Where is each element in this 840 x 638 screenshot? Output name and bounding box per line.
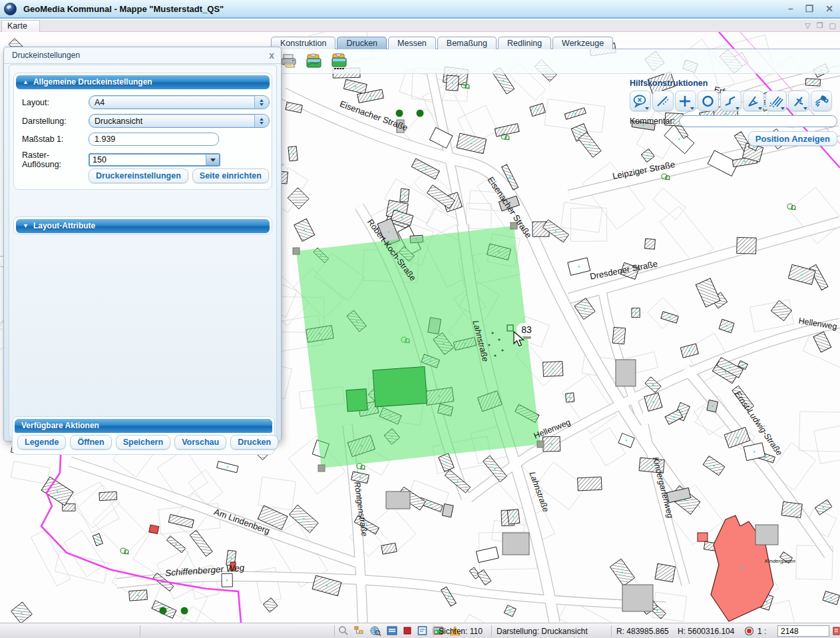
print-preview-icon[interactable]	[305, 53, 323, 70]
actions-header: Verfügbare Aktionen	[15, 419, 272, 433]
ribbon-tab-strip: Konstruktion Drucken Messen Bemaßung Red…	[271, 37, 613, 49]
close-button[interactable]: ✕	[825, 3, 833, 14]
angle-tool[interactable]	[743, 91, 764, 111]
gps-satellite-tool[interactable]	[811, 91, 832, 111]
print-icon[interactable]	[280, 53, 298, 70]
layer-list-icon[interactable]	[387, 625, 397, 636]
region-handle	[293, 248, 300, 254]
tracking-dot-icon[interactable]	[744, 626, 754, 636]
globe-search-icon[interactable]	[370, 625, 381, 636]
scale-input[interactable]	[777, 625, 829, 637]
close-pane-icon[interactable]: ▢	[829, 21, 836, 30]
oeffnen-button[interactable]: Öffnen	[70, 435, 111, 450]
raster-input[interactable]	[90, 155, 206, 164]
helper-panel-title: Hilfskonstruktionen	[630, 79, 837, 88]
darstellung-status: Darstellung: Druckansicht	[497, 627, 588, 636]
seite-einrichten-button[interactable]: Seite einrichten	[192, 168, 269, 183]
tab-karte[interactable]: Karte	[1, 20, 40, 32]
tab-list-dropdown-icon[interactable]: ▽	[805, 21, 810, 30]
layout-attribute-header[interactable]: ▼Layout-Attribute	[16, 219, 270, 233]
dialog-titlebar[interactable]: Druckeinstellungen x	[4, 47, 281, 64]
ribbon-tab-redlining[interactable]: Redlining	[498, 37, 551, 49]
h-coordinate: H: 5600316.104	[678, 627, 734, 636]
layout-select[interactable]: A4	[89, 95, 270, 109]
stepper-icon[interactable]	[254, 115, 268, 127]
kommentar-label: Kommentar:	[630, 117, 675, 126]
raster-label: Raster-Auflösung:	[22, 151, 89, 169]
massstab-input[interactable]	[89, 133, 219, 146]
dialog-close-icon[interactable]: x	[269, 51, 274, 59]
darstellung-select[interactable]: Druckansicht	[89, 114, 270, 128]
kommentar-input[interactable]	[679, 115, 837, 127]
ribbon-tab-drucken[interactable]: Drucken	[337, 37, 387, 49]
hilfskonstruktionen-panel: Hilfskonstruktionen	[630, 79, 837, 149]
druckereinstellungen-button[interactable]: Druckereinstellungen	[89, 168, 188, 183]
expand-icon: ▼	[23, 219, 29, 233]
application-window: GeoMedia Kommunal - Mappe "Musterstadt_Q…	[0, 0, 840, 638]
vorschau-button[interactable]: Vorschau	[174, 435, 226, 450]
druckeinstellungen-dialog: Druckeinstellungen x ▲Allgemeine Druckei…	[3, 47, 282, 442]
general-settings-header[interactable]: ▲Allgemeine Druckeinstellungen	[16, 75, 270, 89]
report-icon[interactable]	[417, 625, 427, 636]
polyline-tool[interactable]	[720, 91, 741, 111]
collapse-icon: ▲	[23, 75, 29, 89]
raster-combobox[interactable]	[89, 153, 220, 166]
print-series-icon[interactable]	[330, 53, 348, 70]
street-label: Kindergarten	[765, 558, 795, 564]
ribbon-tab-messen[interactable]: Messen	[388, 37, 436, 49]
layout-attribute-section: ▼Layout-Attribute	[13, 216, 272, 234]
section-symbol-tool[interactable]	[788, 91, 809, 111]
maximize-button[interactable]: ❐	[805, 3, 814, 14]
actions-section: Verfügbare Aktionen Legende Öffnen Speic…	[12, 416, 275, 455]
drucken-button[interactable]: Drucken	[230, 435, 278, 450]
document-tab-bar: Karte ▽ ❐ ▢	[0, 20, 840, 32]
crosshair-point-tool[interactable]	[675, 91, 696, 111]
general-settings-section: ▲Allgemeine Druckeinstellungen Layout: A…	[13, 73, 272, 190]
legende-button[interactable]: Legende	[17, 435, 66, 450]
speichern-button[interactable]: Speichern	[116, 435, 170, 450]
r-coordinate: R: 483985.865	[616, 627, 669, 636]
window-titlebar: GeoMedia Kommunal - Mappe "Musterstadt_Q…	[0, 0, 840, 19]
circle-tool[interactable]	[698, 91, 719, 111]
layout-label: Layout:	[22, 98, 89, 107]
status-bar: Sichten: 110 Darstellung: Druckansicht R…	[0, 623, 840, 638]
darstellung-label: Darstellung:	[22, 117, 89, 126]
restore-pane-icon[interactable]: ❐	[817, 21, 823, 30]
selection-count-label: 83	[521, 324, 532, 335]
massstab-label: Maßstab 1:	[22, 135, 89, 144]
legend-tree-icon[interactable]	[354, 625, 365, 636]
record-stop-icon[interactable]	[403, 625, 412, 636]
window-title: GeoMedia Kommunal - Mappe "Musterstadt_Q…	[23, 4, 224, 14]
ribbon-tab-bemassung[interactable]: Bemaßung	[437, 37, 497, 49]
position-anzeigen-button[interactable]: Position Anzeigen	[748, 131, 837, 146]
stepper-icon[interactable]	[254, 96, 268, 109]
sichten-status: Sichten: 110	[439, 627, 483, 636]
redline-status-icon[interactable]	[833, 626, 840, 636]
region-handle	[537, 441, 544, 448]
scale-prefix: 1 :	[757, 627, 766, 636]
minimize-button[interactable]: –	[788, 3, 793, 14]
parallel-hatch-tool[interactable]	[765, 91, 787, 111]
measure-line-tool[interactable]	[652, 91, 674, 111]
dropdown-arrow-icon[interactable]	[206, 155, 219, 165]
app-logo-icon	[4, 3, 17, 15]
dialog-body: ▲Allgemeine Druckeinstellungen Layout: A…	[9, 65, 277, 438]
dialog-title: Druckeinstellungen	[12, 51, 80, 60]
coordinate-callout-tool[interactable]	[630, 91, 651, 111]
ribbon-tab-werkzeuge[interactable]: Werkzeuge	[552, 37, 613, 49]
zoom-status-icon[interactable]	[338, 625, 349, 636]
print-area-region	[296, 226, 540, 468]
region-handle	[318, 465, 325, 472]
ribbon-toolbar	[270, 49, 840, 74]
